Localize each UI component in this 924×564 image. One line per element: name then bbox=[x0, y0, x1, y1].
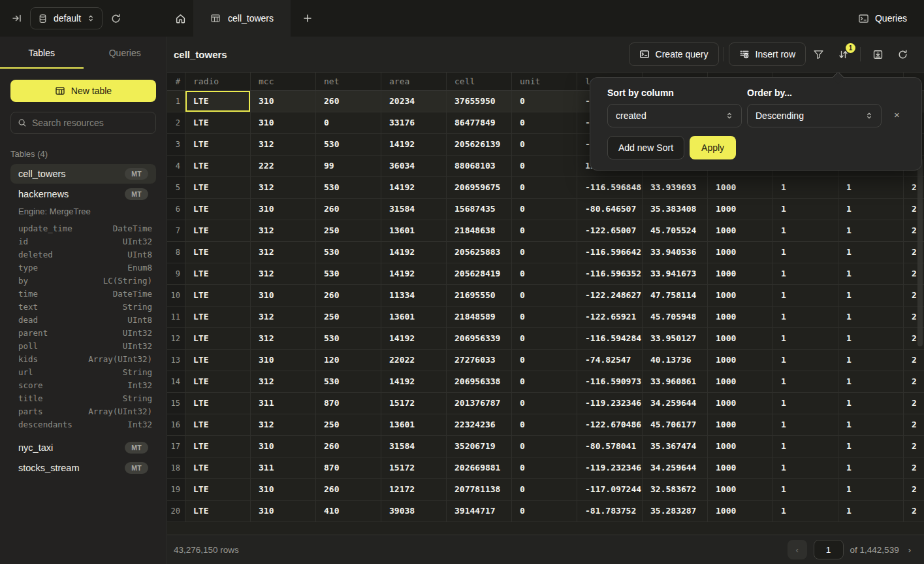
table-cell[interactable]: 120 bbox=[316, 350, 381, 371]
order-by-select[interactable]: Descending bbox=[747, 104, 882, 127]
table-cell[interactable]: -74.82547 bbox=[577, 350, 643, 371]
table-cell[interactable]: 312 bbox=[251, 328, 316, 349]
table-cell[interactable]: -116.594284 bbox=[577, 328, 643, 349]
table-cell[interactable]: LTE bbox=[185, 371, 251, 392]
table-cell[interactable]: 12172 bbox=[381, 479, 447, 500]
table-cell[interactable]: 222 bbox=[251, 156, 316, 176]
table-cell[interactable]: 35.283287 bbox=[643, 501, 708, 522]
sort-button[interactable]: 1 bbox=[831, 42, 855, 66]
table-cell[interactable]: 14192 bbox=[381, 242, 447, 263]
table-cell[interactable]: 99 bbox=[316, 156, 381, 176]
table-cell[interactable]: 260 bbox=[316, 436, 381, 457]
table-cell[interactable]: 207781138 bbox=[447, 479, 512, 500]
table-cell[interactable]: 1000 bbox=[708, 414, 773, 435]
table-cell[interactable]: 1 bbox=[773, 307, 838, 327]
table-cell[interactable]: 1 bbox=[773, 328, 838, 349]
table-cell[interactable]: 312 bbox=[251, 371, 316, 392]
table-cell[interactable]: 312 bbox=[251, 414, 316, 435]
table-cell[interactable]: 1 bbox=[838, 501, 904, 522]
sidebar-table-item-cell_towers[interactable]: cell_towersMT bbox=[10, 164, 156, 184]
table-cell[interactable]: 32.583672 bbox=[643, 479, 708, 500]
sidebar-table-item-stocks_stream[interactable]: stocks_streamMT bbox=[10, 458, 156, 478]
table-cell[interactable]: 1 bbox=[838, 285, 904, 306]
table-cell[interactable]: LTE bbox=[185, 220, 251, 241]
table-cell[interactable]: 0 bbox=[512, 414, 577, 435]
table-cell[interactable]: -119.232346 bbox=[577, 393, 643, 414]
table-cell[interactable]: LTE bbox=[185, 307, 251, 327]
table-cell[interactable]: 0 bbox=[512, 220, 577, 241]
table-cell[interactable]: 13601 bbox=[381, 307, 447, 327]
table-cell[interactable]: 2 bbox=[904, 457, 924, 478]
table-cell[interactable]: 0 bbox=[512, 177, 577, 198]
table-cell[interactable]: -116.596642 bbox=[577, 242, 643, 263]
table-cell[interactable]: 33176 bbox=[381, 112, 447, 133]
table-cell[interactable]: 1000 bbox=[708, 501, 773, 522]
table-cell[interactable]: 22324236 bbox=[447, 414, 512, 435]
table-cell[interactable]: 312 bbox=[251, 177, 316, 198]
table-cell[interactable]: 0 bbox=[512, 242, 577, 263]
table-cell[interactable]: LTE bbox=[185, 134, 251, 155]
table-cell[interactable]: LTE bbox=[185, 436, 251, 457]
table-cell[interactable]: 1 bbox=[838, 436, 904, 457]
table-cell[interactable]: 31584 bbox=[381, 199, 447, 220]
table-cell[interactable]: 15172 bbox=[381, 457, 447, 478]
insert-row-button[interactable]: Insert row bbox=[729, 42, 806, 66]
table-cell[interactable]: 21848638 bbox=[447, 220, 512, 241]
table-cell[interactable]: 1 bbox=[773, 436, 838, 457]
table-cell[interactable]: -117.097244 bbox=[577, 479, 643, 500]
table-cell[interactable]: 15172 bbox=[381, 393, 447, 414]
table-cell[interactable]: 1 bbox=[838, 457, 904, 478]
table-cell[interactable]: LTE bbox=[185, 328, 251, 349]
table-cell[interactable]: 14192 bbox=[381, 328, 447, 349]
table-cell[interactable]: 14192 bbox=[381, 371, 447, 392]
new-tab-button[interactable] bbox=[291, 0, 325, 37]
table-cell[interactable]: 206956338 bbox=[447, 371, 512, 392]
table-cell[interactable]: 35206719 bbox=[447, 436, 512, 457]
sidebar-table-item-hackernews[interactable]: hackernewsMT bbox=[10, 184, 156, 204]
table-cell[interactable]: LTE bbox=[185, 91, 251, 112]
table-cell[interactable]: 0 bbox=[512, 479, 577, 500]
sort-by-select[interactable]: created bbox=[607, 104, 742, 127]
sidebar-tab-tables[interactable]: Tables bbox=[0, 37, 84, 69]
table-cell[interactable]: 310 bbox=[251, 112, 316, 133]
new-table-button[interactable]: New table bbox=[10, 80, 156, 102]
table-cell[interactable]: 206956339 bbox=[447, 328, 512, 349]
add-new-sort-button[interactable]: Add new Sort bbox=[607, 136, 684, 159]
table-cell[interactable]: 2 bbox=[904, 479, 924, 500]
table-cell[interactable]: 1 bbox=[838, 479, 904, 500]
column-header-net[interactable]: net bbox=[316, 73, 381, 90]
table-cell[interactable]: 250 bbox=[316, 220, 381, 241]
table-cell[interactable]: -80.646507 bbox=[577, 199, 643, 220]
table-cell[interactable]: 35.383408 bbox=[643, 199, 708, 220]
table-cell[interactable]: 2 bbox=[904, 350, 924, 371]
vertical-scrollbar-thumb[interactable] bbox=[917, 158, 923, 346]
table-cell[interactable]: 39144717 bbox=[447, 501, 512, 522]
table-cell[interactable]: 1000 bbox=[708, 457, 773, 478]
table-cell[interactable]: LTE bbox=[185, 350, 251, 371]
table-cell[interactable]: 1000 bbox=[708, 242, 773, 263]
table-cell[interactable]: 0 bbox=[512, 393, 577, 414]
table-cell[interactable]: 530 bbox=[316, 328, 381, 349]
table-cell[interactable]: 2 bbox=[904, 393, 924, 414]
filter-button[interactable] bbox=[806, 42, 831, 66]
table-cell[interactable]: LTE bbox=[185, 156, 251, 176]
table-cell[interactable]: 45.706177 bbox=[643, 414, 708, 435]
prev-page-button[interactable]: ‹ bbox=[788, 540, 807, 559]
table-cell[interactable]: 1 bbox=[838, 263, 904, 284]
table-cell[interactable]: 250 bbox=[316, 414, 381, 435]
table-cell[interactable]: 27276033 bbox=[447, 350, 512, 371]
table-cell[interactable]: 39038 bbox=[381, 501, 447, 522]
table-cell[interactable]: 0 bbox=[512, 263, 577, 284]
table-cell[interactable]: 1000 bbox=[708, 350, 773, 371]
table-cell[interactable]: 1 bbox=[838, 307, 904, 327]
table-cell[interactable]: 530 bbox=[316, 242, 381, 263]
table-cell[interactable]: LTE bbox=[185, 501, 251, 522]
table-cell[interactable]: 0 bbox=[512, 501, 577, 522]
table-cell[interactable]: LTE bbox=[185, 393, 251, 414]
table-cell[interactable]: -116.596848 bbox=[577, 177, 643, 198]
table-cell[interactable]: 0 bbox=[512, 436, 577, 457]
table-cell[interactable]: 312 bbox=[251, 242, 316, 263]
table-cell[interactable]: 312 bbox=[251, 307, 316, 327]
table-cell[interactable]: 1 bbox=[773, 479, 838, 500]
table-cell[interactable]: 0 bbox=[316, 112, 381, 133]
